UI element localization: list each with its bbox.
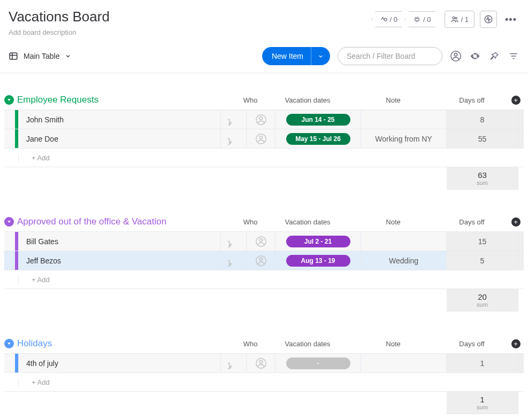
- table-row[interactable]: John Smith Jun 14 - 25 8: [4, 110, 524, 129]
- col-header-dates[interactable]: Vacation dates: [265, 96, 350, 105]
- col-header-days[interactable]: Days off: [436, 339, 508, 348]
- col-header-who[interactable]: Who: [236, 339, 265, 348]
- item-name[interactable]: Bill Gates: [18, 232, 221, 251]
- hide-columns-button[interactable]: [469, 50, 481, 62]
- add-column-button[interactable]: +: [511, 96, 521, 105]
- item-name[interactable]: John Smith: [18, 110, 221, 129]
- chat-button[interactable]: [221, 232, 247, 251]
- new-item-label: New Item: [262, 52, 311, 60]
- activity-icon: [484, 14, 493, 24]
- group-title[interactable]: Holidays: [17, 338, 52, 349]
- who-cell[interactable]: [247, 354, 276, 372]
- people-icon: [450, 15, 459, 24]
- col-header-dates[interactable]: Vacation dates: [265, 339, 350, 348]
- note-cell[interactable]: [361, 354, 447, 372]
- caret-down-icon: [6, 97, 12, 103]
- add-column-button[interactable]: +: [511, 217, 521, 227]
- add-item-button[interactable]: + Add: [18, 276, 447, 284]
- add-column-button[interactable]: +: [511, 339, 521, 348]
- dates-cell[interactable]: -: [276, 354, 361, 372]
- item-name[interactable]: Jeff Bezos: [18, 251, 221, 270]
- eye-off-icon: [470, 51, 480, 61]
- table-row[interactable]: Jeff Bezos Aug 13 - 19 Wedding 5: [4, 251, 524, 270]
- group-title[interactable]: Approved out of the office & Vacation: [17, 216, 166, 227]
- search-input[interactable]: [338, 47, 442, 65]
- chat-button[interactable]: [221, 110, 247, 129]
- who-cell[interactable]: [247, 129, 276, 148]
- chat-button[interactable]: [221, 354, 247, 372]
- group-collapse-toggle[interactable]: [4, 339, 14, 348]
- dates-cell[interactable]: Jun 14 - 25: [276, 110, 361, 129]
- integrations-badge[interactable]: / 0: [405, 11, 439, 27]
- row-end-spacer: [518, 110, 524, 129]
- person-filter-button[interactable]: [450, 50, 462, 62]
- svg-rect-0: [415, 18, 419, 21]
- chevron-down-icon: [65, 53, 71, 59]
- view-selector[interactable]: Main Table: [9, 51, 71, 61]
- col-header-note[interactable]: Note: [350, 217, 436, 227]
- col-header-days[interactable]: Days off: [436, 96, 508, 105]
- row-end-spacer: [518, 232, 524, 251]
- row-end-spacer: [518, 354, 524, 372]
- more-options-button[interactable]: •••: [502, 11, 519, 28]
- note-cell[interactable]: Working from NY: [361, 129, 447, 148]
- days-cell[interactable]: 5: [447, 251, 518, 270]
- note-cell[interactable]: Wedding: [361, 251, 447, 270]
- days-cell[interactable]: 8: [447, 110, 518, 129]
- who-cell[interactable]: [247, 251, 276, 270]
- board-description-placeholder[interactable]: Add board description: [9, 28, 372, 36]
- svg-point-6: [454, 53, 457, 57]
- table-row[interactable]: Jane Doe May 15 - Jul 26 Working from NY…: [4, 129, 524, 148]
- date-pill: Jun 14 - 25: [286, 114, 350, 126]
- col-header-who[interactable]: Who: [236, 96, 265, 105]
- svg-point-16: [259, 360, 263, 363]
- new-item-dropdown[interactable]: [311, 47, 330, 65]
- date-pill: Jul 2 - 21: [286, 236, 350, 247]
- days-cell[interactable]: 55: [447, 129, 518, 148]
- row-end-spacer: [518, 251, 524, 270]
- who-cell[interactable]: [247, 232, 276, 251]
- group-collapse-toggle[interactable]: [4, 217, 14, 227]
- group-collapse-toggle[interactable]: [4, 95, 14, 105]
- col-header-dates[interactable]: Vacation dates: [265, 217, 350, 227]
- person-circle-icon: [450, 50, 462, 62]
- view-name: Main Table: [24, 52, 59, 60]
- sum-value: 1: [480, 395, 484, 404]
- add-item-button[interactable]: + Add: [18, 154, 447, 162]
- dates-cell[interactable]: Jul 2 - 21: [276, 232, 361, 251]
- item-name[interactable]: 4th of july: [18, 354, 221, 372]
- chat-button[interactable]: [221, 251, 247, 270]
- members-badge[interactable]: / 1: [445, 11, 475, 28]
- note-cell[interactable]: [361, 110, 447, 129]
- integrations-count: / 0: [423, 15, 431, 24]
- table-row[interactable]: 4th of july - 1: [4, 353, 524, 372]
- col-header-note[interactable]: Note: [350, 339, 436, 348]
- automations-badge[interactable]: / 0: [372, 11, 405, 27]
- dates-cell[interactable]: May 15 - Jul 26: [276, 129, 361, 148]
- col-header-days[interactable]: Days off: [436, 217, 508, 227]
- note-cell[interactable]: [361, 232, 447, 251]
- days-cell[interactable]: 1: [447, 354, 518, 372]
- svg-point-2: [455, 17, 457, 19]
- date-pill: May 15 - Jul 26: [286, 133, 350, 145]
- pin-button[interactable]: [488, 50, 500, 62]
- col-header-note[interactable]: Note: [350, 96, 436, 105]
- days-cell[interactable]: 15: [447, 232, 518, 251]
- table-icon: [9, 51, 18, 61]
- new-item-button[interactable]: New Item: [262, 47, 330, 65]
- svg-rect-4: [10, 53, 17, 59]
- item-name[interactable]: Jane Doe: [18, 129, 221, 148]
- add-item-button[interactable]: + Add: [18, 378, 447, 386]
- chat-button[interactable]: [221, 129, 247, 148]
- sum-value: 20: [478, 292, 487, 301]
- filter-button[interactable]: [508, 50, 519, 62]
- table-row[interactable]: Bill Gates Jul 2 - 21 15: [4, 231, 524, 251]
- activity-button[interactable]: [480, 11, 497, 28]
- column-sum: 63 sum: [447, 167, 518, 190]
- col-header-who[interactable]: Who: [236, 217, 265, 227]
- dates-cell[interactable]: Aug 13 - 19: [276, 251, 361, 270]
- board-title[interactable]: Vacations Board: [9, 9, 372, 25]
- group-title[interactable]: Employee Requests: [17, 95, 98, 105]
- robot-icon: [380, 15, 388, 24]
- who-cell[interactable]: [247, 110, 276, 129]
